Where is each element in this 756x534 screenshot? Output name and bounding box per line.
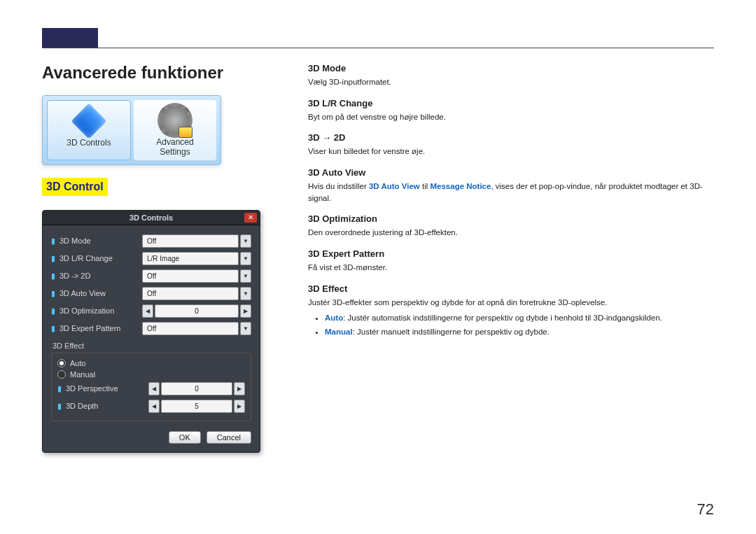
chevron-down-icon[interactable]: ▼ bbox=[240, 287, 251, 300]
bullet-icon: ▮ bbox=[51, 254, 55, 263]
icon-toolbar: 3D Controls Advanced Settings bbox=[42, 95, 221, 165]
entry-desc: Vælg 3D-inputformatet. bbox=[308, 76, 714, 88]
row-auto-view: ▮ 3D Auto View Off ▼ bbox=[51, 285, 251, 302]
dropdown-auto-view[interactable]: Off bbox=[142, 287, 239, 300]
entry-title: 3D L/R Change bbox=[308, 98, 714, 108]
stepper-optimization[interactable]: 0 bbox=[155, 304, 239, 318]
bullet-item: Manual: Justér manuelt indstillingerne f… bbox=[325, 326, 714, 338]
group-title: 3D Effect bbox=[52, 342, 251, 350]
stepper-left-icon[interactable]: ◀ bbox=[148, 382, 160, 395]
cube-icon bbox=[48, 104, 130, 139]
bullet-icon: ▮ bbox=[51, 237, 55, 246]
radio-icon bbox=[57, 370, 66, 379]
bullet-icon: ▮ bbox=[57, 402, 62, 411]
bullet-icon: ▮ bbox=[57, 384, 62, 393]
close-icon[interactable]: ✕ bbox=[244, 213, 257, 223]
stepper-right-icon[interactable]: ▶ bbox=[234, 382, 245, 395]
row-label: 3D -> 2D bbox=[59, 272, 142, 280]
panel-titlebar: 3D Controls ✕ bbox=[43, 211, 260, 225]
chevron-down-icon[interactable]: ▼ bbox=[240, 234, 251, 248]
entry-desc: Viser kun billedet for venstre øje. bbox=[308, 146, 714, 157]
bullet-icon: ▮ bbox=[51, 272, 55, 281]
header-accent bbox=[42, 28, 98, 48]
radio-auto[interactable]: Auto bbox=[57, 358, 245, 369]
chevron-down-icon[interactable]: ▼ bbox=[240, 252, 251, 265]
row-label: 3D Expert Pattern bbox=[59, 324, 142, 332]
entry-bullets: Auto: Justér automatisk indstillingerne … bbox=[308, 312, 714, 338]
radio-label: Manual bbox=[70, 370, 95, 379]
entry-desc: Få vist et 3D-mønster. bbox=[308, 262, 714, 274]
stepper-left-icon[interactable]: ◀ bbox=[148, 400, 160, 413]
entry-desc: Byt om på det venstre og højre billede. bbox=[308, 111, 714, 123]
row-3d-mode: ▮ 3D Mode Off ▼ bbox=[51, 232, 251, 250]
gear-icon bbox=[134, 103, 216, 138]
stepper-depth[interactable]: 5 bbox=[161, 400, 232, 413]
panel-title: 3D Controls bbox=[130, 213, 173, 222]
icon-label: Advanced Settings bbox=[134, 138, 216, 157]
icon-card-3d-controls[interactable]: 3D Controls bbox=[47, 100, 131, 160]
row-label: 3D Perspective bbox=[66, 384, 148, 393]
group-3d-effect: Auto Manual ▮ 3D Perspective ◀ 0 ▶ bbox=[51, 353, 251, 421]
row-lr-change: ▮ 3D L/R Change L/R Image ▼ bbox=[51, 250, 251, 267]
stepper-left-icon[interactable]: ◀ bbox=[142, 304, 153, 318]
row-label: 3D Auto View bbox=[59, 289, 142, 297]
bullet-icon: ▮ bbox=[51, 289, 55, 298]
icon-card-advanced-settings[interactable]: Advanced Settings bbox=[134, 100, 216, 160]
stepper-perspective[interactable]: 0 bbox=[161, 382, 232, 395]
row-depth: ▮ 3D Depth ◀ 5 ▶ bbox=[57, 398, 245, 415]
entry-title: 3D Optimization bbox=[308, 213, 714, 224]
row-3d-2d: ▮ 3D -> 2D Off ▼ bbox=[51, 267, 251, 285]
bullet-icon: ▮ bbox=[51, 307, 55, 316]
entry-title: 3D Auto View bbox=[308, 167, 714, 178]
panel-3d-controls: 3D Controls ✕ ▮ 3D Mode Off ▼ ▮ 3D L/R C… bbox=[42, 210, 260, 453]
dropdown-lr-change[interactable]: L/R Image bbox=[142, 252, 239, 265]
row-label: 3D Depth bbox=[66, 402, 148, 410]
radio-icon bbox=[57, 359, 66, 367]
row-label: 3D L/R Change bbox=[59, 254, 142, 262]
stepper-right-icon[interactable]: ▶ bbox=[240, 304, 251, 318]
dropdown-expert-pattern[interactable]: Off bbox=[142, 322, 239, 335]
row-optimization: ▮ 3D Optimization ◀ 0 ▶ bbox=[51, 302, 251, 320]
bullet-icon: ▮ bbox=[51, 324, 55, 333]
bullet-item: Auto: Justér automatisk indstillingerne … bbox=[325, 312, 714, 324]
icon-label: 3D Controls bbox=[48, 139, 130, 148]
dropdown-3d-2d[interactable]: Off bbox=[142, 269, 239, 283]
chevron-down-icon[interactable]: ▼ bbox=[240, 322, 251, 335]
entry-title: 3D Mode bbox=[308, 63, 714, 73]
entry-desc: Justér 3D-effekter som perspektiv og dyb… bbox=[308, 297, 714, 309]
page-number: 72 bbox=[697, 500, 714, 519]
entry-desc: Den overordnede justering af 3D-effekten… bbox=[308, 227, 714, 239]
ok-button[interactable]: OK bbox=[169, 431, 201, 444]
entry-title: 3D Effect bbox=[308, 283, 714, 294]
entry-desc: Hvis du indstiller 3D Auto View til Mess… bbox=[308, 181, 714, 204]
row-perspective: ▮ 3D Perspective ◀ 0 ▶ bbox=[57, 380, 245, 398]
sub-heading: 3D Control bbox=[42, 178, 108, 196]
radio-label: Auto bbox=[70, 359, 86, 367]
radio-manual[interactable]: Manual bbox=[57, 369, 245, 380]
row-expert-pattern: ▮ 3D Expert Pattern Off ▼ bbox=[51, 320, 251, 337]
cancel-button[interactable]: Cancel bbox=[206, 431, 251, 444]
chevron-down-icon[interactable]: ▼ bbox=[240, 269, 251, 283]
entry-title: 3D → 2D bbox=[308, 132, 714, 143]
header-rule bbox=[42, 48, 714, 48]
row-label: 3D Mode bbox=[59, 237, 142, 245]
section-title: Avancerede funktioner bbox=[42, 63, 259, 83]
entry-title: 3D Expert Pattern bbox=[308, 248, 714, 259]
row-label: 3D Optimization bbox=[59, 307, 142, 315]
stepper-right-icon[interactable]: ▶ bbox=[234, 400, 245, 413]
dropdown-3d-mode[interactable]: Off bbox=[142, 234, 239, 248]
